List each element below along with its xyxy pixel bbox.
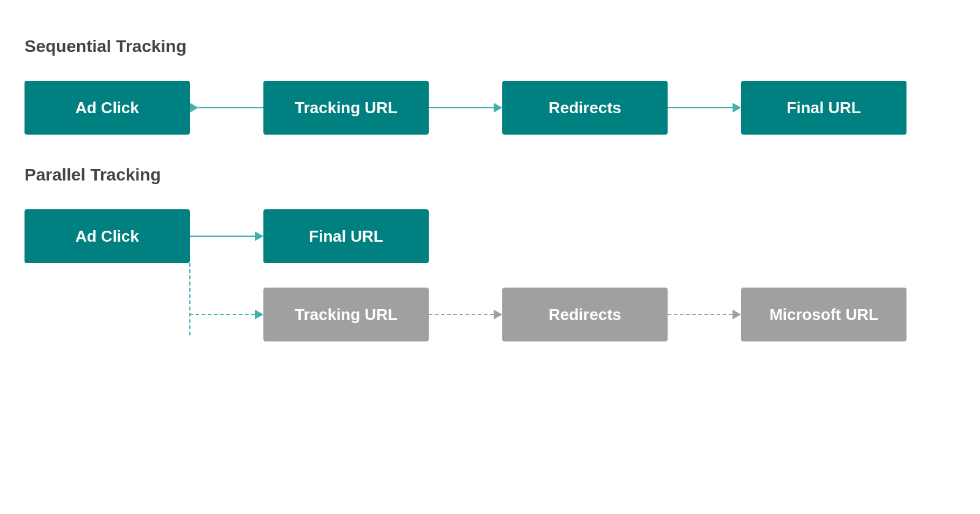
parallel-bottom-row: Tracking URL Redirects M xyxy=(24,288,907,341)
gray-dashed-head-2 xyxy=(733,310,741,319)
gray-dashed-line-2 xyxy=(668,314,733,315)
arrow-line-3 xyxy=(668,107,733,108)
parallel-title: Parallel Tracking xyxy=(24,165,956,185)
parallel-flow-wrapper: Ad Click Final URL xyxy=(24,209,907,341)
arrow-line-2 xyxy=(429,107,494,108)
parallel-arrow-top-line xyxy=(190,236,255,237)
h-dashed-line xyxy=(189,314,255,315)
parallel-box-tracking-url: Tracking URL xyxy=(263,288,429,341)
sequential-box-final-url: Final URL xyxy=(741,81,907,135)
arrow-head-3 xyxy=(733,103,741,113)
sequential-box-tracking-url: Tracking URL xyxy=(263,81,429,135)
arrow-head-1 xyxy=(190,103,198,113)
sequential-title: Sequential Tracking xyxy=(24,37,956,56)
sequential-arrow-3 xyxy=(668,103,741,113)
parallel-box-microsoft-url: Microsoft URL xyxy=(741,288,907,341)
parallel-box-redirects: Redirects xyxy=(502,288,668,341)
gray-dashed-line-1 xyxy=(429,314,494,315)
parallel-h-dashed-connector xyxy=(189,310,263,319)
parallel-box-ad-click: Ad Click xyxy=(24,209,190,263)
parallel-arrow-top-head xyxy=(255,231,263,241)
parallel-tracking-section: Parallel Tracking Ad Click Final URL xyxy=(24,165,956,341)
sequential-box-redirects: Redirects xyxy=(502,81,668,135)
gray-dashed-head-1 xyxy=(494,310,502,319)
parallel-arrow-top xyxy=(190,231,263,241)
sequential-box-ad-click: Ad Click xyxy=(24,81,190,135)
h-dashed-head xyxy=(255,310,263,319)
sequential-arrow-2 xyxy=(429,103,502,113)
parallel-arrow-gray-1 xyxy=(429,310,502,319)
sequential-arrow-1 xyxy=(190,103,263,113)
page-container: Sequential Tracking Ad Click Tracking UR… xyxy=(0,0,980,514)
parallel-box-final-url: Final URL xyxy=(263,209,429,263)
parallel-arrow-gray-2 xyxy=(668,310,741,319)
arrow-head-2 xyxy=(494,103,502,113)
parallel-top-row: Ad Click Final URL xyxy=(24,209,907,263)
sequential-flow: Ad Click Tracking URL Redirects xyxy=(24,81,956,135)
sequential-tracking-section: Sequential Tracking Ad Click Tracking UR… xyxy=(24,37,956,135)
